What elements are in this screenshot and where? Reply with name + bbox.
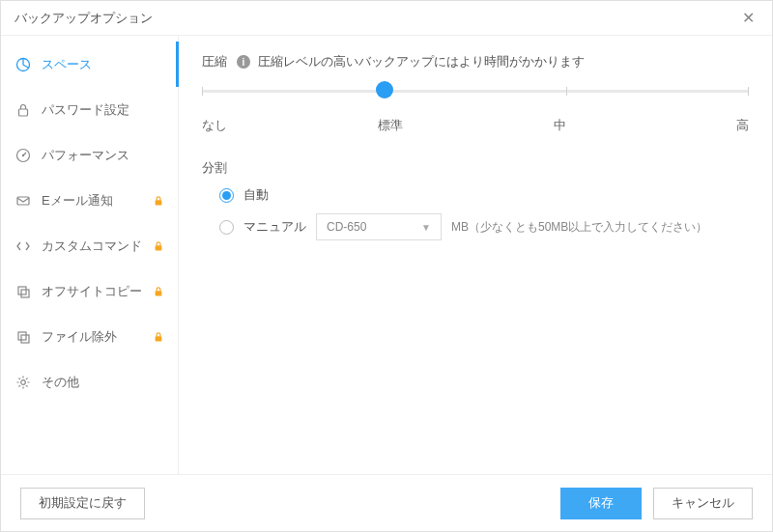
svg-point-3	[22, 154, 24, 155]
window-title: バックアップオプション	[14, 10, 153, 27]
gear-icon	[14, 374, 32, 391]
sidebar-item-email[interactable]: Eメール通知	[1, 178, 178, 223]
svg-rect-11	[21, 335, 29, 343]
sidebar-item-custom-command[interactable]: カスタムコマンド	[1, 223, 178, 268]
slider-label-normal: 標準	[371, 117, 410, 134]
pie-icon	[14, 56, 32, 73]
svg-point-13	[21, 379, 26, 384]
slider-tick	[202, 87, 203, 96]
svg-rect-7	[18, 287, 26, 294]
sidebar-item-performance[interactable]: パフォーマンス	[1, 132, 178, 178]
svg-rect-4	[17, 197, 29, 205]
locked-icon	[153, 195, 164, 207]
split-size-select[interactable]: CD-650 ▼	[316, 213, 442, 240]
slider-label-none: なし	[202, 117, 241, 134]
sidebar-item-space[interactable]: スペース	[1, 42, 178, 87]
svg-rect-12	[156, 336, 162, 341]
sidebar-item-label: パスワード設定	[42, 101, 164, 119]
copy-icon	[14, 283, 32, 300]
split-label: 分割	[202, 159, 749, 177]
sidebar-item-label: カスタムコマンド	[42, 238, 153, 255]
mail-icon	[14, 192, 32, 210]
chevron-down-icon: ▼	[421, 222, 431, 233]
sidebar-item-label: その他	[42, 374, 164, 391]
split-radio-manual[interactable]	[219, 220, 234, 235]
compress-label: 圧縮	[202, 53, 227, 70]
lock-icon	[14, 101, 32, 119]
reset-button[interactable]: 初期設定に戻す	[20, 488, 145, 519]
sidebar-item-label: スペース	[42, 56, 164, 73]
slider-tick	[748, 87, 749, 96]
sidebar-item-file-exclude[interactable]: ファイル除外	[1, 314, 178, 359]
slider-label-medium: 中	[541, 117, 580, 134]
save-button[interactable]: 保存	[560, 488, 642, 519]
slider-track	[202, 90, 749, 93]
sidebar-item-label: オフサイトコピー	[42, 283, 153, 300]
sidebar-item-other[interactable]: その他	[1, 359, 178, 405]
split-manual-label: マニュアル	[243, 218, 306, 236]
compress-slider[interactable]	[202, 88, 749, 109]
slider-tick	[566, 87, 567, 96]
split-unit-hint: MB（少なくとも50MB以上で入力してください）	[451, 219, 707, 236]
sidebar-item-password[interactable]: パスワード設定	[1, 87, 178, 132]
svg-rect-5	[156, 200, 162, 205]
split-auto-label: 自動	[243, 186, 269, 204]
sidebar-item-label: ファイル除外	[42, 328, 153, 346]
sidebar: スペース パスワード設定 パフォーマンス Eメール通知	[1, 36, 179, 474]
svg-rect-1	[19, 109, 28, 116]
slider-thumb[interactable]	[376, 81, 393, 98]
svg-rect-10	[18, 332, 26, 340]
svg-rect-9	[156, 291, 162, 295]
code-icon	[14, 238, 32, 255]
close-icon[interactable]: ✕	[738, 5, 759, 31]
slider-labels: なし 標準 中 高	[202, 117, 749, 134]
sidebar-item-offsite-copy[interactable]: オフサイトコピー	[1, 268, 178, 314]
svg-rect-6	[156, 245, 162, 250]
select-value: CD-650	[327, 220, 366, 234]
sidebar-item-label: Eメール通知	[42, 192, 153, 210]
cancel-button[interactable]: キャンセル	[653, 488, 753, 519]
locked-icon	[153, 240, 164, 252]
split-radio-auto[interactable]	[219, 188, 234, 203]
gauge-icon	[14, 147, 32, 164]
slider-label-high: 高	[710, 117, 749, 134]
sidebar-item-label: パフォーマンス	[42, 147, 164, 164]
locked-icon	[153, 331, 164, 343]
compress-hint: 圧縮レベルの高いバックアップにはより時間がかかります	[258, 53, 585, 70]
info-icon[interactable]: i	[237, 55, 250, 69]
locked-icon	[153, 286, 164, 297]
svg-rect-8	[21, 290, 29, 297]
filter-icon	[14, 328, 32, 346]
content-pane: 圧縮 i 圧縮レベルの高いバックアップにはより時間がかかります なし 標準 中 …	[179, 36, 772, 474]
